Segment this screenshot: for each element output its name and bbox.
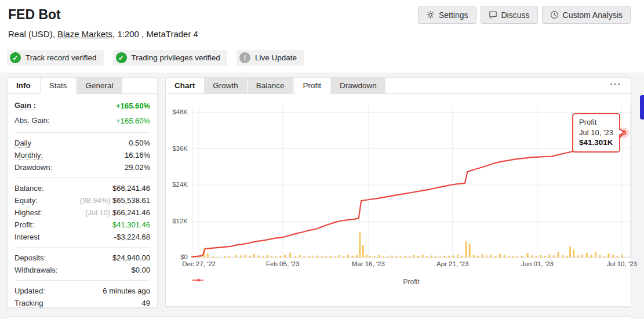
trade-bar xyxy=(477,256,479,258)
side-flag[interactable] xyxy=(640,95,644,119)
stat-value-note: (98.94%) xyxy=(80,196,112,205)
custom-analysis-button[interactable]: Custom Analysis xyxy=(542,6,631,24)
trade-bar xyxy=(207,253,209,258)
trade-bar xyxy=(536,256,537,258)
trade-bar xyxy=(279,256,281,258)
trade-bar xyxy=(413,255,415,258)
stat-row-gain: Gain :+165.60% xyxy=(14,98,150,113)
stat-value: $66,241.46 xyxy=(112,184,150,193)
trade-bar xyxy=(599,255,601,258)
discuss-button[interactable]: Discuss xyxy=(481,6,538,24)
stat-value-note: (Jul 10) xyxy=(85,208,112,217)
trade-bar xyxy=(334,256,336,258)
page-header: FED Bot Real (USD), Blaze Markets, 1:200… xyxy=(0,0,644,72)
chart-tab-growth[interactable]: Growth xyxy=(204,78,247,93)
trade-bar xyxy=(422,255,424,258)
trade-bar xyxy=(267,255,268,258)
trade-bar xyxy=(253,254,255,258)
trade-bar xyxy=(395,256,397,258)
profit-chart[interactable]: Dec 27, '22Feb 05, '23Mar 16, '23Apr 21,… xyxy=(192,106,631,258)
trade-bar xyxy=(453,255,454,258)
trade-bar xyxy=(461,256,463,258)
subtitle-prefix: Real (USD), xyxy=(8,29,57,39)
trade-bar xyxy=(240,255,242,258)
chart-tooltip: Profit Jul 10, '23 $41.301K xyxy=(572,113,620,153)
y-tick-label: $24K xyxy=(166,181,188,188)
chart-legend[interactable]: Profit xyxy=(192,278,631,286)
trade-bar xyxy=(312,256,314,258)
header-buttons: SettingsDiscussCustom Analysis xyxy=(418,6,631,24)
chart-tab-balance[interactable]: Balance xyxy=(248,78,293,93)
stat-label: Interest xyxy=(14,233,39,241)
trade-bar xyxy=(435,256,436,258)
stat-label[interactable]: Monthly: xyxy=(14,151,43,160)
trade-bar xyxy=(299,255,301,258)
trade-bar xyxy=(465,241,467,258)
button-label: Custom Analysis xyxy=(563,10,623,20)
button-label: Settings xyxy=(439,10,468,20)
next-section-card xyxy=(7,316,631,319)
trade-bar xyxy=(258,255,260,258)
info-tab-general[interactable]: General xyxy=(77,78,122,93)
trade-bar xyxy=(271,256,272,258)
info-panel-body: Gain :+165.60%Abs. Gain:+165.60%Daily0.5… xyxy=(8,94,157,313)
trade-bar xyxy=(308,256,310,258)
trade-bar xyxy=(249,256,250,258)
check-icon: ✓ xyxy=(10,52,21,63)
chart-menu-icon[interactable]: ••• xyxy=(610,80,621,89)
y-tick-label: $0 xyxy=(166,253,188,260)
y-tick-label: $48K xyxy=(166,108,188,115)
badge-live-update: !Live Update xyxy=(237,50,304,66)
stat-value: 16.16% xyxy=(125,151,150,160)
trade-bar xyxy=(245,255,246,258)
x-tick-label: Mar 16, '23 xyxy=(352,260,385,267)
stat-label: Balance: xyxy=(14,184,44,193)
stat-row-profit: Profit:$41,301.46 xyxy=(14,219,150,231)
stat-row-monthly: Monthly:16.16% xyxy=(14,149,150,161)
stat-row-highest: Highest:(Jul 10) $66,241.46 xyxy=(14,206,150,219)
settings-button[interactable]: Settings xyxy=(418,6,476,24)
trade-bar xyxy=(558,252,559,258)
stat-row-tracking: Tracking49 xyxy=(14,297,150,309)
stats-group-3: Deposits:$24,940.00Withdrawals:$0.00 xyxy=(14,247,150,280)
trade-bar xyxy=(417,256,419,258)
stat-row-updated: Updated:6 minutes ago xyxy=(14,285,150,297)
badge-track-record-verified: ✓Track record verified xyxy=(7,50,104,66)
stat-row-deposits: Deposits:$24,940.00 xyxy=(14,252,150,264)
chart-tab-drawdown[interactable]: Drawdown xyxy=(331,78,385,93)
exclamation-icon: ! xyxy=(239,52,250,63)
trade-bar xyxy=(448,256,450,258)
x-tick-label: Jul 10, '23 xyxy=(607,260,637,267)
trade-bar xyxy=(228,256,230,258)
trade-bar xyxy=(494,256,496,258)
trade-bar xyxy=(490,255,492,258)
trade-bar xyxy=(339,255,340,258)
button-label: Discuss xyxy=(501,10,530,20)
trade-bar xyxy=(512,256,514,258)
trade-bar xyxy=(573,249,574,258)
subtitle-suffix: , 1:200 , MetaTrader 4 xyxy=(112,29,198,39)
trade-bar xyxy=(540,255,541,258)
stat-label: Drawdown: xyxy=(14,163,52,172)
stat-value: +165.60% xyxy=(116,102,150,110)
stat-label[interactable]: Abs. Gain: xyxy=(14,116,50,125)
stat-value: $41,301.46 xyxy=(112,220,150,229)
trade-bar xyxy=(347,255,349,258)
broker-link[interactable]: Blaze Markets xyxy=(57,29,112,39)
trade-bar xyxy=(431,255,432,258)
badge-label: Trading privileges verified xyxy=(132,53,220,62)
stat-label: Profit: xyxy=(14,220,34,229)
stat-label[interactable]: Daily xyxy=(14,139,31,148)
stat-row-interest: Interest-$3,224.68 xyxy=(14,231,150,243)
stat-row-drawdown: Drawdown:29.02% xyxy=(14,161,150,173)
trade-bar xyxy=(294,256,296,258)
info-tab-stats[interactable]: Stats xyxy=(40,78,77,94)
chart-canvas[interactable] xyxy=(192,106,631,258)
trade-bar xyxy=(472,255,474,258)
tooltip-value: $41.301K xyxy=(579,137,613,148)
badge-label: Track record verified xyxy=(26,53,97,62)
trade-bar xyxy=(553,255,555,258)
chart-tab-profit[interactable]: Profit xyxy=(294,78,331,94)
trade-bar xyxy=(469,244,471,258)
stat-label[interactable]: Gain : xyxy=(14,101,36,110)
